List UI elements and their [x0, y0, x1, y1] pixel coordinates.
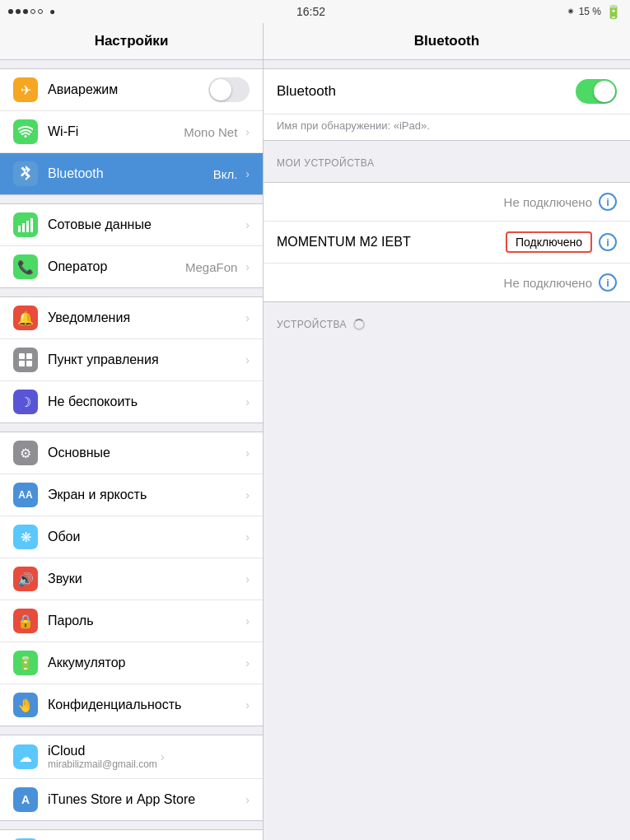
bt-device-row-1[interactable]: Не подключено i	[264, 183, 630, 222]
svg-rect-1	[22, 223, 25, 232]
status-right: ⁕ 15 % 🔋	[567, 4, 622, 20]
settings-item-donotdisturb[interactable]: ☽ Не беспокоить ›	[0, 381, 263, 422]
notifications-icon: 🔔	[13, 306, 38, 330]
other-devices-label: УСТРОЙСТВА	[277, 319, 347, 330]
sounds-icon: 🔊	[13, 567, 38, 591]
svg-rect-4	[19, 353, 25, 359]
settings-item-battery[interactable]: 🔋 Аккумулятор ›	[0, 642, 263, 684]
sounds-label: Звуки	[48, 572, 242, 586]
settings-group-connectivity: ✈ Авиарежим Wi-Fi Mono Net ›	[0, 68, 263, 195]
signal-dot-5	[38, 9, 43, 14]
bluetooth-toggle-knob	[594, 81, 615, 102]
operator-value: MegaFon	[185, 260, 237, 274]
general-icon: ⚙	[13, 441, 38, 465]
device3-info-button[interactable]: i	[599, 273, 617, 292]
settings-item-mail[interactable]: ✉ Почта, адрес, календарь ›	[0, 830, 263, 840]
settings-item-wifi[interactable]: Wi-Fi Mono Net ›	[0, 111, 263, 153]
settings-item-cellular[interactable]: Сотовые данные ›	[0, 204, 263, 246]
settings-item-privacy[interactable]: 🤚 Конфиденциальность ›	[0, 684, 263, 726]
settings-header: Настройки	[0, 23, 263, 60]
wifi-icon	[13, 119, 38, 144]
operator-label: Оператор	[48, 259, 185, 274]
settings-item-airplane[interactable]: ✈ Авиарежим	[0, 69, 263, 111]
momentum-connected-badge: Подключено	[506, 231, 592, 253]
bt-device-row-3[interactable]: Не подключено i	[264, 264, 630, 301]
signal-dots	[8, 9, 43, 14]
bluetooth-icon: ⁕	[567, 6, 575, 17]
display-chevron-icon: ›	[245, 488, 250, 502]
display-label: Экран и яркость	[48, 488, 242, 502]
settings-item-passcode[interactable]: 🔒 Пароль ›	[0, 600, 263, 642]
settings-group-general: ⚙ Основные › AA Экран и яркость › ❋ Обои…	[0, 432, 263, 726]
wallpaper-chevron-icon: ›	[245, 530, 250, 544]
airplane-icon: ✈	[13, 77, 38, 102]
itunes-chevron-icon: ›	[245, 793, 250, 806]
device1-info-button[interactable]: i	[599, 193, 617, 211]
svg-rect-5	[26, 353, 32, 359]
notifications-chevron-icon: ›	[245, 311, 250, 324]
airplane-toggle[interactable]	[208, 77, 250, 102]
bluetooth-toggle[interactable]	[576, 79, 617, 104]
bt-device-row-momentum[interactable]: MOMENTUM M2 IEBT Подключено i	[264, 222, 630, 264]
wifi-value: Mono Net	[184, 125, 237, 139]
settings-group-mail: ✉ Почта, адрес, календарь ›	[0, 829, 263, 840]
wallpaper-label: Обои	[48, 530, 242, 544]
settings-item-control[interactable]: Пункт управления ›	[0, 339, 263, 381]
settings-item-itunes[interactable]: A iTunes Store и App Store ›	[0, 779, 263, 820]
icloud-label: iCloud	[48, 744, 157, 758]
svg-rect-0	[18, 226, 21, 232]
settings-item-notifications[interactable]: 🔔 Уведомления ›	[0, 297, 263, 339]
icloud-icon: ☁	[13, 744, 38, 769]
settings-item-sounds[interactable]: 🔊 Звуки ›	[0, 558, 263, 600]
settings-group-notifications: 🔔 Уведомления › Пункт управления › ☽	[0, 296, 263, 423]
wifi-label: Wi-Fi	[48, 124, 184, 139]
sounds-chevron-icon: ›	[245, 572, 250, 586]
bluetooth-chevron-icon: ›	[245, 167, 250, 180]
privacy-icon: 🤚	[13, 693, 38, 717]
operator-chevron-icon: ›	[245, 260, 250, 273]
svg-rect-6	[19, 361, 25, 366]
bluetooth-panel: Bluetooth Bluetooth Имя при обнаружении:…	[264, 23, 630, 840]
signal-dot-2	[16, 9, 21, 14]
signal-dot-4	[30, 9, 35, 14]
donotdisturb-icon: ☽	[13, 390, 38, 414]
my-devices-header: МОИ УСТРОЙСТВА	[264, 141, 630, 174]
control-chevron-icon: ›	[245, 353, 250, 366]
battery-icon: 🔋	[605, 4, 622, 20]
settings-item-display[interactable]: AA Экран и яркость ›	[0, 474, 263, 516]
battery-chevron-icon: ›	[245, 656, 250, 670]
privacy-label: Конфиденциальность	[48, 698, 242, 712]
wallpaper-icon: ❋	[13, 525, 38, 549]
airplane-label: Авиарежим	[48, 82, 208, 97]
cellular-icon	[13, 212, 38, 237]
settings-item-wallpaper[interactable]: ❋ Обои ›	[0, 516, 263, 558]
general-label: Основные	[48, 446, 242, 460]
svg-rect-7	[26, 361, 32, 366]
momentum-device-name: MOMENTUM M2 IEBT	[277, 235, 506, 250]
battery-list-icon: 🔋	[13, 651, 38, 675]
my-devices-list: Не подключено i MOMENTUM M2 IEBT Подключ…	[264, 182, 630, 302]
settings-group-cellular: Сотовые данные › 📞 Оператор MegaFon ›	[0, 203, 263, 288]
my-devices-section: МОИ УСТРОЙСТВА Не подключено i MOMENTUM …	[264, 141, 630, 302]
bluetooth-panel-header: Bluetooth	[264, 23, 630, 60]
signal-dot-3	[23, 9, 28, 14]
phone-icon: 📞	[13, 254, 38, 279]
control-icon	[13, 348, 38, 372]
status-left: ●	[8, 6, 55, 17]
carrier-label: ●	[49, 6, 55, 17]
device3-status: Не подключено	[504, 276, 592, 290]
signal-dot-1	[8, 9, 13, 14]
toggle-knob	[210, 79, 231, 100]
svg-rect-3	[30, 218, 33, 232]
bluetooth-toggle-row[interactable]: Bluetooth	[264, 69, 630, 114]
momentum-info-button[interactable]: i	[599, 233, 617, 251]
wifi-chevron-icon: ›	[245, 125, 250, 138]
icloud-text: iCloud mirabilizmail@gmail.com	[48, 744, 157, 770]
settings-item-bluetooth[interactable]: Bluetooth Вкл. ›	[0, 153, 263, 194]
settings-group-accounts: ☁ iCloud mirabilizmail@gmail.com › A iTu…	[0, 735, 263, 821]
bluetooth-info-text: Имя при обнаружении: «iPad».	[264, 114, 630, 140]
settings-item-operator[interactable]: 📞 Оператор MegaFon ›	[0, 246, 263, 287]
settings-item-general[interactable]: ⚙ Основные ›	[0, 432, 263, 474]
general-chevron-icon: ›	[245, 446, 250, 460]
settings-item-icloud[interactable]: ☁ iCloud mirabilizmail@gmail.com ›	[0, 735, 263, 779]
